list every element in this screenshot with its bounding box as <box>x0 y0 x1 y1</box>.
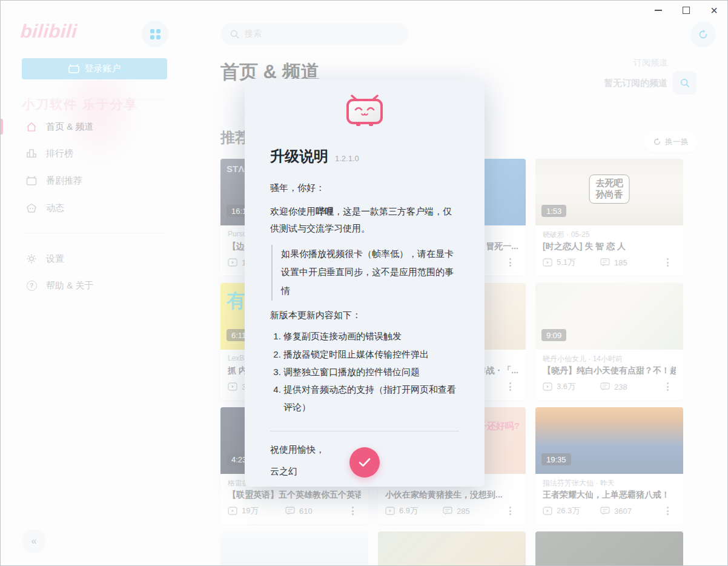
note-blockquote: 如果你播放视频很卡（帧率低），请在显卡设置中开启垂直同步，这不是应用范围的事情 <box>271 245 459 301</box>
maximize-icon <box>683 7 690 14</box>
comment-count-icon <box>443 507 452 515</box>
comment-count: 3607 <box>614 507 632 516</box>
video-thumbnail: 9:09 <box>535 283 683 350</box>
sidebar-item-label: 排行榜 <box>46 148 73 159</box>
sidebar-item-label: 番剧推荐 <box>46 175 82 187</box>
comment-count: 185 <box>614 258 627 267</box>
more-options-icon[interactable] <box>666 381 670 392</box>
thumbnail-caption: 有 <box>227 288 246 315</box>
bilibili-tv-icon <box>345 95 384 127</box>
play-count-icon <box>228 382 237 391</box>
dialog-title: 升级说明 <box>270 147 328 166</box>
video-card[interactable]: 9:09 晓丹小仙女儿 · 14小时前 【晓丹】纯白小天使有点甜？不！超甜！ 3… <box>535 283 683 400</box>
minimize-button[interactable] <box>653 5 664 16</box>
view-count: 5.1万 <box>557 257 575 268</box>
gear-icon <box>25 253 38 264</box>
uploader-line: 指法芬芳张大仙 · 昨天 <box>543 478 676 487</box>
search-input[interactable]: 搜索 <box>220 23 408 45</box>
search-icon <box>230 30 239 39</box>
video-title: 【晓丹】纯白小天使有点甜？不！超甜！ <box>543 365 676 376</box>
duration-badge: 19:35 <box>541 453 571 465</box>
tv-icon <box>25 176 38 185</box>
modal-divider <box>270 431 459 431</box>
dynamic-icon <box>25 203 38 213</box>
video-thumbnail <box>535 531 683 566</box>
sidebar-item-label: 设置 <box>46 253 64 265</box>
refresh-icon <box>698 29 709 40</box>
video-title: 王者荣耀大仙，上单恶霸猪八戒！ <box>543 490 676 501</box>
apps-grid-button[interactable] <box>142 21 168 47</box>
video-card[interactable] <box>535 531 683 566</box>
change-item: 播放器锁定时阻止媒体传输控件弹出 <box>283 345 459 363</box>
changes-heading: 新版本更新内容如下： <box>270 307 459 324</box>
greeting-text: 骚年，你好： <box>270 179 459 197</box>
video-thumbnail <box>220 531 368 566</box>
more-options-icon[interactable] <box>508 381 512 392</box>
minimize-icon <box>655 10 662 11</box>
search-icon <box>680 78 690 88</box>
sidebar-item-bangumi[interactable]: 番剧推荐 <box>0 168 189 193</box>
sidebar-item-help[interactable]: ? 帮助 & 关于 <box>0 273 189 298</box>
channel-search-button[interactable] <box>673 71 697 95</box>
close-icon: × <box>710 4 718 16</box>
collapse-icon: « <box>31 535 36 547</box>
play-count-icon <box>543 382 552 391</box>
play-count-icon <box>228 258 237 267</box>
video-card[interactable] <box>220 531 368 566</box>
duration-badge: 9:09 <box>541 329 566 341</box>
more-options-icon[interactable] <box>666 505 670 516</box>
window-controls: × <box>653 5 720 16</box>
change-item: 修复副页连接动画的错误触发 <box>283 327 459 345</box>
duration-badge: 1:53 <box>541 205 566 217</box>
confirm-button[interactable] <box>349 447 380 478</box>
video-card[interactable] <box>378 531 526 566</box>
video-title: 小伙在家给黄猪接生，没想到... <box>385 490 518 501</box>
version-badge: 1.2.1.0 <box>335 154 359 163</box>
video-card[interactable]: 19:35 指法芬芳张大仙 · 昨天 王者荣耀大仙，上单恶霸猪八戒！ 26.3万 <box>535 407 683 524</box>
sidebar-divider <box>22 99 167 99</box>
video-thumbnail: 去死吧 孙尚香 1:53 <box>535 159 683 225</box>
shuffle-button-label: 换一换 <box>665 136 689 147</box>
more-options-icon[interactable] <box>666 257 670 268</box>
refresh-icon <box>653 138 661 146</box>
more-options-icon[interactable] <box>508 505 512 516</box>
sidebar-collapse-button[interactable]: « <box>22 529 46 553</box>
close-button[interactable]: × <box>709 5 720 16</box>
comment-count: 285 <box>457 507 470 516</box>
refresh-button[interactable] <box>690 22 716 47</box>
sidebar-item-ranking[interactable]: 排行榜 <box>0 141 189 165</box>
sidebar-item-label: 首页 & 频道 <box>46 121 93 133</box>
maximize-button[interactable] <box>681 5 692 16</box>
sidebar-item-settings[interactable]: 设置 <box>0 247 189 271</box>
search-placeholder: 搜索 <box>245 28 262 39</box>
view-count: 6.9万 <box>399 505 418 516</box>
view-count: 26.3万 <box>557 505 580 516</box>
play-count-icon <box>543 507 552 515</box>
subscriptions-empty-text: 暂无订阅的频道 <box>583 78 667 89</box>
tv-icon <box>68 64 79 73</box>
login-button-label: 登录账户 <box>85 63 121 75</box>
changes-list: 修复副页连接动画的错误触发 播放器锁定时阻止媒体传输控件弹出 调整独立窗口播放的… <box>270 327 459 416</box>
comment-count-icon <box>600 258 610 267</box>
home-icon <box>25 122 38 132</box>
sidebar-item-dynamic[interactable]: 动态 <box>0 196 189 220</box>
apps-grid-icon <box>150 29 160 39</box>
uploader-line: 晓破邪 · 05-25 <box>543 230 676 239</box>
play-count-icon <box>228 507 237 515</box>
comment-count: 238 <box>614 382 627 391</box>
video-title: [时之恋人] 失 智 恋 人 <box>543 241 676 252</box>
video-card[interactable]: 去死吧 孙尚香 1:53 晓破邪 · 05-25 [时之恋人] 失 智 恋 人 … <box>535 159 683 276</box>
more-options-icon[interactable] <box>351 505 355 516</box>
video-thumbnail: 19:35 <box>535 407 683 474</box>
check-icon <box>358 457 371 468</box>
sidebar-item-home[interactable]: 首页 & 频道 <box>0 115 189 139</box>
uploader-line: 晓丹小仙女儿 · 14小时前 <box>543 354 676 363</box>
comment-count-icon <box>285 507 295 515</box>
login-button[interactable]: 登录账户 <box>22 58 167 79</box>
bilibili-logo: bilibili <box>20 21 78 42</box>
sidebar: 小刀软件 乐于分享 bilibili 登录账户 首页 & 频道 排行榜 番剧推荐 <box>0 0 189 566</box>
subscriptions-title: 订阅频道 <box>606 58 667 68</box>
shuffle-button[interactable]: 换一换 <box>644 132 698 152</box>
more-options-icon[interactable] <box>508 257 512 268</box>
ranking-icon <box>25 148 38 158</box>
